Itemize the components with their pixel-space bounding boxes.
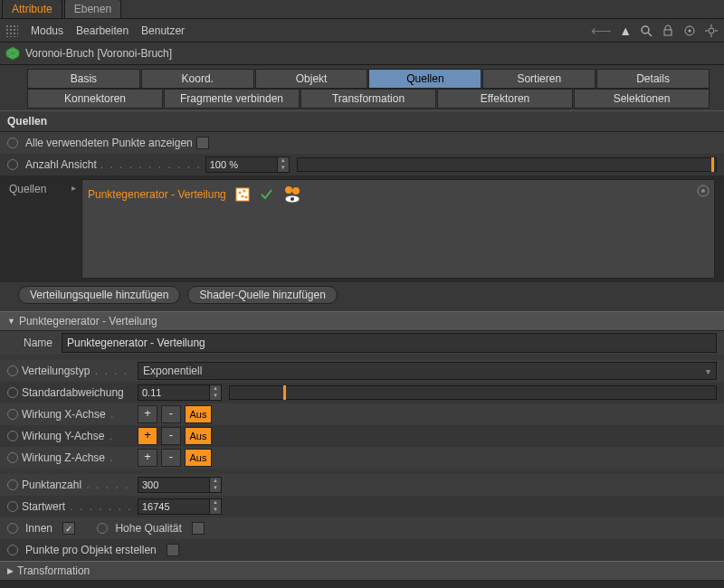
anim-dot[interactable] <box>7 545 18 555</box>
tab-fragmente[interactable]: Fragmente verbinden <box>164 89 300 109</box>
svg-point-18 <box>244 196 247 199</box>
svg-point-16 <box>243 190 245 193</box>
input-name[interactable] <box>62 333 717 353</box>
row-name: Name <box>0 331 724 355</box>
checkbox-ppo[interactable] <box>167 544 179 556</box>
search-icon[interactable] <box>639 24 653 38</box>
tab-koord[interactable]: Koord. <box>141 69 254 89</box>
svg-rect-14 <box>236 188 249 201</box>
tab-details[interactable]: Details <box>596 69 710 89</box>
row-wz: Wirkung Z-Achse . + - Aus <box>0 447 724 469</box>
checkbox-hq[interactable] <box>192 522 205 535</box>
wy-minus[interactable]: - <box>161 427 181 445</box>
transformation-header[interactable]: ▶ Transformation <box>0 561 724 581</box>
row-ppo: Punkte pro Objekt erstellen <box>0 539 724 561</box>
input-std[interactable]: ▲▼ <box>138 384 222 401</box>
anim-dot[interactable] <box>97 523 108 534</box>
svg-point-17 <box>241 195 243 198</box>
menu-modus[interactable]: Modus <box>31 24 63 37</box>
label-std: Standardabweichung <box>22 386 124 399</box>
anim-dot[interactable] <box>7 138 18 148</box>
wz-aus[interactable]: Aus <box>185 449 212 467</box>
slider-anzahl[interactable] <box>297 157 717 172</box>
nav-up-icon[interactable]: ▲ <box>619 24 632 38</box>
tab-ebenen[interactable]: Ebenen <box>64 0 121 18</box>
nav-back-icon[interactable]: ⟵ <box>591 22 612 39</box>
slider-std[interactable] <box>229 385 717 400</box>
svg-point-5 <box>709 28 714 33</box>
label-show-all: Alle verwendeten Punkte anzeigen <box>25 137 193 149</box>
svg-rect-2 <box>664 30 672 35</box>
tab-transformation[interactable]: Transformation <box>300 89 436 109</box>
row-std: Standardabweichung ▲▼ <box>0 382 724 403</box>
anim-dot[interactable] <box>7 431 18 441</box>
dots: . . . . . . . . . . . <box>100 158 202 171</box>
tab-selektionen[interactable]: Selektionen <box>574 89 710 109</box>
select-typ[interactable]: Exponentiell <box>138 362 717 380</box>
wy-aus[interactable]: Aus <box>185 427 212 445</box>
wx-aus[interactable]: Aus <box>185 405 212 423</box>
tab-basis[interactable]: Basis <box>27 69 140 89</box>
distribution-icon <box>235 187 250 202</box>
label-anzahl: Anzahl Ansicht <box>25 158 97 171</box>
check-icon[interactable] <box>259 187 273 202</box>
anim-dot[interactable] <box>7 523 18 534</box>
row-anzahl: Anzahl Ansicht . . . . . . . . . . . ▲▼ <box>0 154 724 175</box>
input-anzahl[interactable]: ▲▼ <box>205 156 290 173</box>
drop-target-icon <box>696 184 710 198</box>
anim-dot[interactable] <box>7 452 18 463</box>
lock-icon[interactable] <box>661 24 675 38</box>
label-wx: Wirkung X-Achse <box>22 408 106 421</box>
wz-minus[interactable]: - <box>161 449 181 467</box>
anim-dot[interactable] <box>7 387 18 398</box>
row-wx: Wirkung X-Achse . + - Aus <box>0 403 724 425</box>
source-item-label: Punktegenerator - Verteilung <box>88 188 226 201</box>
menu-benutzer[interactable]: Benutzer <box>141 24 185 37</box>
label-typ: Verteilungstyp <box>22 365 90 377</box>
checkbox-show-all[interactable] <box>196 137 209 149</box>
anim-dot[interactable] <box>7 159 18 170</box>
anim-dot[interactable] <box>7 501 18 512</box>
row-innen-hq: Innen ✓ Hohe Qualität <box>0 517 724 539</box>
anim-dot[interactable] <box>7 365 18 376</box>
checkbox-innen[interactable]: ✓ <box>62 522 75 535</box>
sources-well[interactable]: Punktegenerator - Verteilung <box>81 179 715 279</box>
input-start[interactable]: ▲▼ <box>138 498 222 515</box>
svg-point-22 <box>291 197 294 201</box>
generator-header[interactable]: ▼ Punktegenerator - Verteilung <box>0 311 724 331</box>
tab-konnektoren[interactable]: Konnektoren <box>27 89 163 109</box>
row-wy: Wirkung Y-Achse . + - Aus <box>0 425 724 447</box>
label-name: Name <box>24 337 58 349</box>
menu-bearbeiten[interactable]: Bearbeiten <box>76 24 129 37</box>
tab-attribute[interactable]: Attribute <box>2 0 62 18</box>
label-start: Startwert <box>22 500 65 513</box>
tab-objekt[interactable]: Objekt <box>255 69 368 89</box>
settings-icon[interactable] <box>704 24 719 38</box>
label-innen: Innen <box>25 522 52 535</box>
object-header: Voronoi-Bruch [Voronoi-Bruch] <box>0 43 724 65</box>
svg-point-15 <box>238 192 241 194</box>
label-hq: Hohe Qualität <box>115 522 181 535</box>
anim-dot[interactable] <box>7 409 18 420</box>
svg-point-19 <box>285 186 292 194</box>
target-icon[interactable] <box>682 24 697 38</box>
add-distribution-button[interactable]: Verteilungsquelle hinzufügen <box>18 286 180 304</box>
source-item[interactable]: Punktegenerator - Verteilung <box>88 185 709 204</box>
anim-dot[interactable] <box>7 479 18 490</box>
input-punkt[interactable]: ▲▼ <box>138 477 222 493</box>
object-name: Voronoi-Bruch [Voronoi-Bruch] <box>25 47 172 60</box>
svg-point-4 <box>689 29 691 32</box>
tab-quellen[interactable]: Quellen <box>368 69 481 89</box>
grip-icon[interactable] <box>5 24 18 37</box>
wz-plus[interactable]: + <box>138 449 157 467</box>
wx-plus[interactable]: + <box>138 405 157 423</box>
chevron-right-icon: ▶ <box>7 566 14 575</box>
wy-plus[interactable]: + <box>138 427 157 445</box>
add-shader-button[interactable]: Shader-Quelle hinzufügen <box>187 286 337 304</box>
wx-minus[interactable]: - <box>161 405 181 423</box>
tab-sortieren[interactable]: Sortieren <box>482 69 595 89</box>
visibility-icon[interactable] <box>282 185 302 204</box>
sources-label: Quellen <box>9 179 81 279</box>
tab-effektoren[interactable]: Effektoren <box>437 89 573 109</box>
transformation-title: Transformation <box>17 564 90 577</box>
